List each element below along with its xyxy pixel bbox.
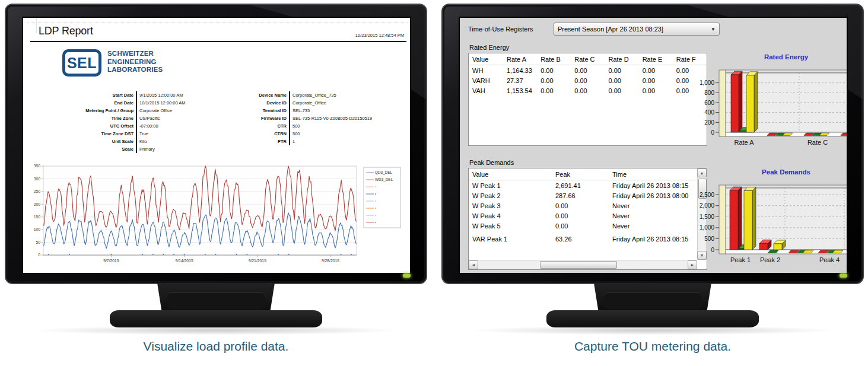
svg-text:Peak 2: Peak 2 <box>760 256 780 263</box>
table-cell: Never <box>609 211 697 221</box>
svg-text:50: 50 <box>36 240 40 244</box>
rated-energy-table-panel: ValueRate ARate BRate CRate DRate ERate … <box>468 53 707 146</box>
table-cell: 0.00 <box>639 65 673 76</box>
report-field-row: Device IDCorporate_Office <box>224 99 405 107</box>
table-cell: WH <box>469 65 503 76</box>
field-label: Metering Point / Group <box>40 108 136 113</box>
table-cell: W Peak 5 <box>469 221 552 231</box>
table-cell: 2,691.41 <box>552 180 609 191</box>
peak-demands-table: ValuePeakTime W Peak 12,691.41Friday Apr… <box>469 168 697 244</box>
table-cell: Friday April 26 2013 08:15 <box>609 180 697 191</box>
table-row[interactable]: WH1,164.330.000.000.000.000.00 <box>469 65 707 76</box>
svg-text:200: 200 <box>34 202 41 206</box>
scroll-right-icon[interactable]: ► <box>688 260 697 269</box>
horizontal-scroll-thumb[interactable] <box>540 261 617 269</box>
field-label: CTR <box>224 123 289 129</box>
svg-text:2,000: 2,000 <box>700 202 714 209</box>
rated-energy-table: ValueRate ARate BRate CRate DRate ERate … <box>469 53 707 96</box>
logo-line: SCHWEITZER <box>107 50 163 58</box>
column-header: Value <box>469 53 503 65</box>
table-header-row: ValueRate ARate BRate CRate DRate ERate … <box>469 53 707 65</box>
season-dropdown[interactable]: Present Season [Apr 26 2013 08:23] ▼ <box>554 23 720 36</box>
field-value: 1 <box>289 138 405 145</box>
column-header: Rate B <box>537 53 571 65</box>
table-row[interactable]: W Peak 40.00Never <box>469 211 697 221</box>
scroll-left-icon[interactable]: ◄ <box>469 260 478 269</box>
ldp-report-page: LDP Report 10/23/2015 12:48:54 PM SEL SC… <box>23 18 410 273</box>
peak-demands-table-panel: ValuePeakTime W Peak 12,691.41Friday Apr… <box>468 168 707 270</box>
column-header: Value <box>469 168 552 180</box>
table-cell: VAH <box>469 85 503 96</box>
report-field-row: Time ZoneUS/Pacific <box>40 114 218 122</box>
sel-logo: SEL SCHWEITZERENGINEERINGLABORATORIES <box>62 49 163 77</box>
report-field-row: ScalePrimary <box>40 145 218 153</box>
field-value: Kilo <box>136 138 218 145</box>
svg-text:1,500: 1,500 <box>700 214 714 220</box>
horizontal-scrollbar[interactable]: ◄ ► <box>469 260 697 269</box>
table-row[interactable]: W Peak 2287.66Friday April 26 2013 08:00 <box>469 190 697 200</box>
table-cell: 1,164.33 <box>503 65 537 76</box>
table-cell: 0.00 <box>605 85 638 96</box>
table-header-row: ValuePeakTime <box>469 168 697 180</box>
report-field-row: Firmware IDSEL-735-R115-V0-Z008005-D2015… <box>224 114 405 122</box>
table-row[interactable]: VAH1,153.540.000.000.000.000.00 <box>469 85 707 96</box>
field-label: CTRN <box>224 131 289 136</box>
field-value: 9/1/2015 12:00:00 AM <box>136 91 218 99</box>
table-cell: W Peak 3 <box>469 200 552 211</box>
table-cell: 1,153.54 <box>503 85 537 96</box>
table-row[interactable]: W Peak 12,691.41Friday April 26 2013 08:… <box>469 180 697 191</box>
table-cell: 0.00 <box>537 65 571 76</box>
field-label: Time Zone DST <box>40 131 136 136</box>
rated-energy-chart: Rated Energy 02004006008001,000Rate ARat… <box>700 53 847 159</box>
table-cell: Friday April 26 2013 08:00 <box>609 190 697 200</box>
svg-text:150: 150 <box>34 215 41 219</box>
svg-text:1,000: 1,000 <box>700 224 714 231</box>
season-dropdown-value: Present Season [Apr 26 2013 08:23] <box>558 26 707 33</box>
report-field-row: Metering Point / GroupCorporate Office <box>40 107 218 114</box>
column-header: Rate E <box>639 53 673 65</box>
right-caption: Capture TOU metering data. <box>441 339 864 354</box>
table-cell: W Peak 1 <box>469 180 552 191</box>
monitor-bezel: Time-of-Use Registers Present Season [Ap… <box>441 4 864 284</box>
report-field-row: End Date10/1/2015 12:00:00 AM <box>40 99 218 107</box>
field-value: SEL-735 <box>289 107 405 114</box>
report-fields-right: Device NameCorporate_Office_735Device ID… <box>224 91 405 145</box>
field-value: Corporate_Office_735 <box>289 91 405 99</box>
monitor-shadow <box>463 326 842 335</box>
table-cell: 0.00 <box>571 65 605 76</box>
column-header: Rate A <box>503 53 537 65</box>
svg-text:9/21/2015: 9/21/2015 <box>249 259 266 263</box>
field-label: Scale <box>40 147 136 152</box>
table-cell: 0.00 <box>552 211 609 221</box>
monitor-stand-neck <box>594 283 711 313</box>
rated-energy-group-label: Rated Energy <box>469 44 509 51</box>
table-row[interactable]: VAR Peak 163.26Friday April 26 2013 08:1… <box>469 234 697 244</box>
table-cell: VAR Peak 1 <box>469 234 552 244</box>
load-profile-chart: 0501001502002503003509/7/20159/14/20159/… <box>28 161 405 270</box>
svg-text:0: 0 <box>711 247 714 253</box>
svg-text:0: 0 <box>711 129 714 136</box>
table-row[interactable]: W Peak 50.00Never <box>469 221 697 231</box>
power-led-icon <box>840 273 847 278</box>
svg-text:0: 0 <box>38 253 40 257</box>
table-row[interactable]: VARH27.370.000.000.000.000.00 <box>469 75 707 85</box>
column-header: Rate D <box>605 53 638 65</box>
field-label: Time Zone <box>40 116 136 121</box>
monitor-stand-base <box>110 310 322 327</box>
svg-text:Rate A: Rate A <box>734 139 754 146</box>
svg-text:300: 300 <box>34 177 41 181</box>
svg-text:Rate C: Rate C <box>807 139 828 146</box>
svg-text:WD3_DEL: WD3_DEL <box>375 177 393 182</box>
svg-text:9/7/2015: 9/7/2015 <box>103 259 119 263</box>
monitor-screen: Time-of-Use Registers Present Season [Ap… <box>460 18 847 273</box>
page-margin-guide <box>27 23 408 23</box>
svg-text:Peak 1: Peak 1 <box>730 256 751 263</box>
field-value: True <box>136 130 218 138</box>
field-value: -07:00:00 <box>136 122 218 130</box>
report-field-row: PTR1 <box>224 138 405 145</box>
svg-text:1,000: 1,000 <box>700 79 714 86</box>
table-row[interactable]: W Peak 30.00Never <box>469 200 697 211</box>
svg-text:100: 100 <box>34 227 41 231</box>
svg-text:350: 350 <box>34 164 41 168</box>
marketing-graphic: LDP Report 10/23/2015 12:48:54 PM SEL SC… <box>0 0 868 366</box>
